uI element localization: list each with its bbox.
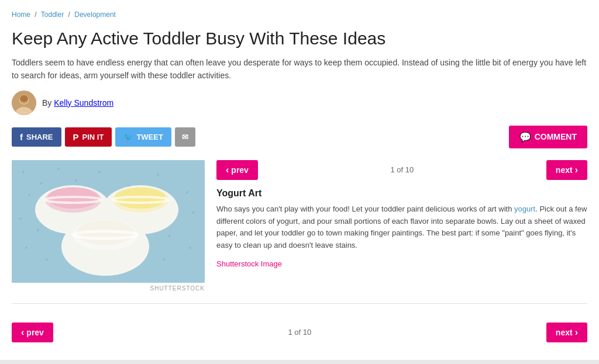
svg-point-15 xyxy=(186,191,188,193)
email-button[interactable]: ✉ xyxy=(175,127,195,147)
facebook-icon: f xyxy=(20,132,23,142)
author-row: By Kelly Sundstrom xyxy=(12,91,587,115)
svg-point-25 xyxy=(46,258,48,261)
pin-it-button[interactable]: P PIN IT xyxy=(65,127,112,147)
comment-bubble-icon: 💬 xyxy=(519,131,531,143)
author-prefix: By xyxy=(42,98,54,108)
svg-point-4 xyxy=(20,95,28,102)
next-label-bottom: next xyxy=(556,328,573,337)
slide-image xyxy=(12,160,205,283)
slideshow-area: SHUTTERSTOCK ‹ prev 1 of 10 next › Yogur… xyxy=(12,160,587,292)
comment-label: COMMENT xyxy=(535,132,577,141)
divider xyxy=(12,303,587,304)
prev-button-bottom[interactable]: ‹ prev xyxy=(12,323,53,342)
svg-point-10 xyxy=(28,194,30,196)
breadcrumb-sep1: / xyxy=(35,11,36,19)
prev-button-top[interactable]: ‹ prev xyxy=(216,160,258,180)
chevron-left-bottom-icon: ‹ xyxy=(21,327,24,338)
page-wrapper: Home / Toddler / Development Keep Any Ac… xyxy=(0,0,599,360)
slide-image-wrapper: SHUTTERSTOCK xyxy=(12,160,205,292)
next-label-top: next xyxy=(556,165,573,175)
breadcrumb-section[interactable]: Toddler xyxy=(41,11,64,19)
svg-point-16 xyxy=(19,217,22,220)
next-button-bottom[interactable]: next › xyxy=(546,323,587,342)
svg-point-8 xyxy=(57,168,60,170)
svg-point-24 xyxy=(25,247,27,249)
slide-text: Who says you can't play with your food! … xyxy=(216,203,587,252)
breadcrumb-sep2: / xyxy=(68,11,70,19)
svg-point-7 xyxy=(40,182,42,185)
svg-point-30 xyxy=(189,247,191,249)
slide-title: Yogurt Art xyxy=(216,188,587,199)
shutterstock-link[interactable]: Shutterstock Image xyxy=(216,259,282,268)
slide-content: ‹ prev 1 of 10 next › Yogurt Art Who say… xyxy=(216,160,587,292)
email-icon: ✉ xyxy=(182,133,188,141)
author-link[interactable]: Kelly Sundstrom xyxy=(54,98,113,108)
breadcrumb-subsection[interactable]: Development xyxy=(74,11,116,19)
svg-point-14 xyxy=(157,174,159,176)
chevron-left-icon: ‹ xyxy=(226,165,229,175)
chevron-right-bottom-icon: › xyxy=(575,327,578,338)
tweet-button[interactable]: 🐦 TWEET xyxy=(115,127,171,147)
breadcrumb: Home / Toddler / Development xyxy=(12,11,587,19)
chevron-right-icon: › xyxy=(575,165,578,175)
breadcrumb-home[interactable]: Home xyxy=(12,11,30,19)
svg-point-23 xyxy=(192,212,194,214)
article-summary: Toddlers seem to have endless energy tha… xyxy=(12,56,587,82)
comment-button[interactable]: 💬 COMMENT xyxy=(509,126,587,148)
slide-nav-top: ‹ prev 1 of 10 next › xyxy=(216,160,587,180)
pinterest-icon: P xyxy=(73,132,79,142)
slide-counter-bottom: 1 of 10 xyxy=(288,328,312,337)
pin-label: PIN IT xyxy=(82,133,104,141)
svg-point-29 xyxy=(163,258,165,261)
tweet-label: TWEET xyxy=(136,133,163,141)
svg-point-12 xyxy=(98,171,101,173)
svg-point-22 xyxy=(168,235,171,237)
social-buttons: f SHARE P PIN IT 🐦 TWEET ✉ xyxy=(12,127,195,147)
author-info: By Kelly Sundstrom xyxy=(42,98,113,108)
twitter-icon: 🐦 xyxy=(123,133,133,141)
slide-counter-top: 1 of 10 xyxy=(391,165,414,174)
prev-label-top: prev xyxy=(231,165,249,175)
svg-point-17 xyxy=(37,229,39,231)
bottom-nav-row: ‹ prev 1 of 10 next › xyxy=(12,318,587,342)
avatar xyxy=(12,91,36,115)
image-credit: SHUTTERSTOCK xyxy=(12,285,205,292)
slide-text-part1: Who says you can't play with your food! … xyxy=(216,204,514,213)
share-facebook-button[interactable]: f SHARE xyxy=(12,127,61,147)
svg-point-6 xyxy=(22,171,25,173)
prev-label-bottom: prev xyxy=(26,328,44,337)
svg-point-9 xyxy=(75,179,77,182)
article-title: Keep Any Active Toddler Busy With These … xyxy=(12,28,587,49)
yogurt-link[interactable]: yogurt xyxy=(514,204,535,213)
share-label: SHARE xyxy=(26,133,53,141)
next-button-top[interactable]: next › xyxy=(546,160,587,180)
toolbar-row: f SHARE P PIN IT 🐦 TWEET ✉ 💬 COMMENT xyxy=(12,126,587,148)
